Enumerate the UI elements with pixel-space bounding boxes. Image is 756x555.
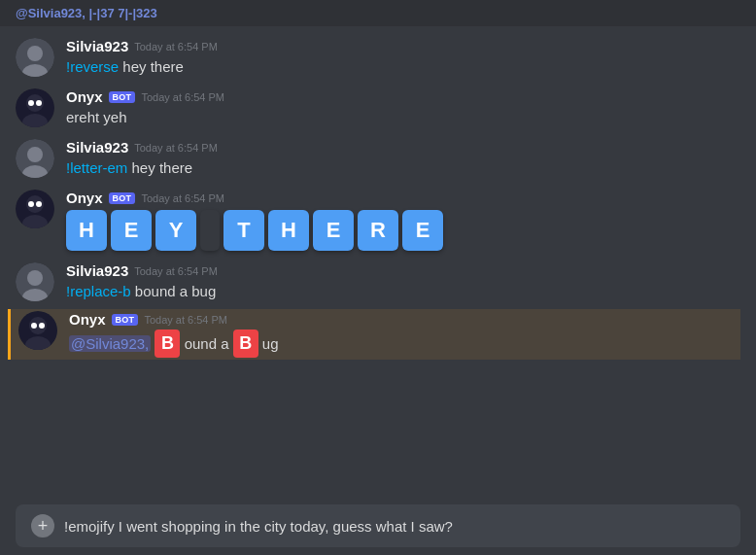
message-input[interactable]: !emojify I went shopping in the city tod… (64, 518, 725, 535)
replace-highlight: B (155, 330, 180, 358)
svg-point-17 (27, 270, 43, 286)
add-button[interactable]: + (31, 514, 54, 538)
timestamp: Today at 6:54 PM (134, 41, 218, 52)
username: Silvia923 (66, 139, 128, 156)
chat-area: Silvia923 Today at 6:54 PM !reverse hey … (0, 26, 756, 497)
bot-badge: BOT (109, 91, 136, 103)
timestamp: Today at 6:54 PM (141, 91, 224, 103)
avatar (16, 38, 54, 77)
message-text: !letter-em hey there (66, 157, 740, 178)
message-header: Silvia923 Today at 6:54 PM (66, 139, 740, 156)
message-group: Onyx BOT Today at 6:54 PM ereht yeh (16, 85, 740, 131)
svg-point-6 (28, 100, 34, 106)
timestamp: Today at 6:54 PM (141, 192, 224, 204)
svg-point-14 (28, 201, 34, 207)
username: Onyx (69, 311, 106, 328)
letter-tile: Y (155, 210, 196, 251)
mention-bar: @Silvia923, |-|37 7|-|323 (0, 0, 756, 26)
letter-tile: E (313, 210, 354, 251)
svg-point-23 (39, 323, 45, 329)
bot-badge: BOT (109, 192, 136, 204)
message-text: @Silvia923, B ound a B ug (69, 330, 740, 358)
svg-point-9 (27, 147, 43, 162)
message-content: Onyx BOT Today at 6:54 PM H E Y T H E R … (66, 190, 740, 251)
message-content: Silvia923 Today at 6:54 PM !replace-b bo… (66, 262, 740, 301)
username: Onyx (66, 88, 103, 105)
message-content: Onyx BOT Today at 6:54 PM ereht yeh (66, 88, 740, 127)
letter-tiles: H E Y T H E R E (66, 210, 740, 251)
letter-tile: R (358, 210, 398, 251)
svg-point-7 (36, 100, 42, 106)
message-header: Onyx BOT Today at 6:54 PM (66, 190, 740, 206)
input-area[interactable]: + !emojify I went shopping in the city t… (16, 504, 740, 547)
message-content: Silvia923 Today at 6:54 PM !reverse hey … (66, 38, 740, 77)
letter-tile-space (200, 210, 220, 251)
mention: @Silvia923, (69, 335, 151, 352)
message-group: Silvia923 Today at 6:54 PM !replace-b bo… (16, 259, 740, 305)
message-header: Silvia923 Today at 6:54 PM (66, 262, 740, 279)
svg-point-22 (31, 323, 37, 329)
message-group: Onyx BOT Today at 6:54 PM H E Y T H E R … (16, 186, 740, 255)
message-text: !replace-b bound a bug (66, 281, 740, 301)
message-group: Silvia923 Today at 6:54 PM !reverse hey … (16, 34, 740, 81)
message-header: Silvia923 Today at 6:54 PM (66, 38, 740, 54)
avatar (16, 262, 54, 301)
timestamp: Today at 6:54 PM (144, 314, 227, 326)
avatar (16, 139, 54, 178)
replace-highlight: B (233, 330, 258, 358)
letter-tile: E (402, 210, 443, 251)
svg-point-1 (27, 46, 43, 61)
letter-tile: E (111, 210, 152, 251)
avatar (16, 88, 54, 127)
avatar (18, 311, 57, 350)
message-text: ereht yeh (66, 107, 740, 127)
message-content: Silvia923 Today at 6:54 PM !letter-em he… (66, 139, 740, 178)
letter-tile: H (268, 210, 309, 251)
message-header: Onyx BOT Today at 6:54 PM (66, 88, 740, 105)
timestamp: Today at 6:54 PM (134, 265, 218, 277)
message-group: Silvia923 Today at 6:54 PM !letter-em he… (16, 135, 740, 182)
username: Silvia923 (66, 262, 128, 279)
username: Onyx (66, 190, 103, 206)
message-text: !reverse hey there (66, 56, 740, 77)
svg-point-15 (36, 201, 42, 207)
letter-tile: T (223, 210, 264, 251)
bot-badge: BOT (112, 314, 139, 326)
timestamp: Today at 6:54 PM (134, 142, 218, 154)
avatar (16, 190, 54, 228)
username: Silvia923 (66, 38, 128, 54)
letter-tile: H (66, 210, 107, 251)
message-header: Onyx BOT Today at 6:54 PM (69, 311, 740, 328)
message-content: Onyx BOT Today at 6:54 PM @Silvia923, B … (69, 311, 740, 358)
message-group-highlighted: Onyx BOT Today at 6:54 PM @Silvia923, B … (8, 309, 740, 360)
mention-text: @Silvia923, |-|37 7|-|323 (16, 6, 157, 20)
